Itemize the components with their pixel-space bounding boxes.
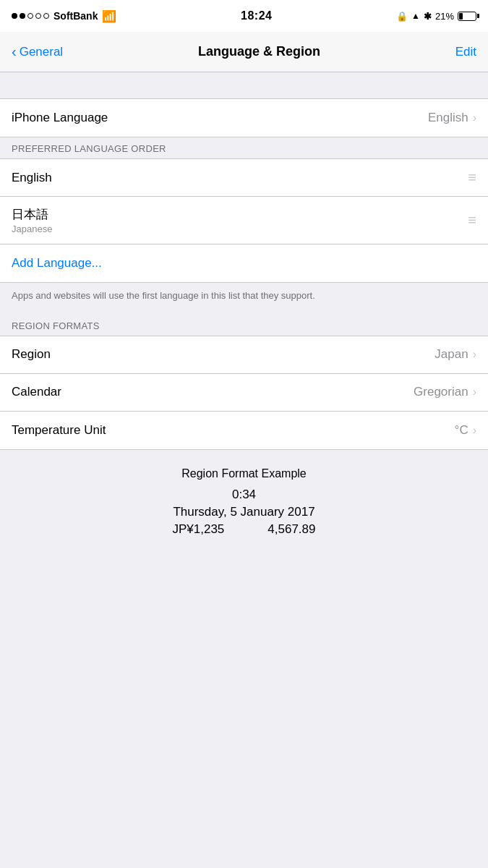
lang-row-main-japanese: 日本語 bbox=[12, 206, 468, 223]
add-language-row[interactable]: Add Language... bbox=[0, 244, 488, 282]
region-example-number: 4,567.89 bbox=[267, 522, 315, 537]
iphone-language-chevron: › bbox=[473, 111, 476, 124]
signal-dot-3 bbox=[27, 13, 33, 19]
back-button[interactable]: ‹ General bbox=[12, 45, 63, 59]
back-label: General bbox=[20, 45, 63, 59]
preferred-lang-group: English ≡ 日本語 Japanese ≡ Add Language... bbox=[0, 158, 488, 283]
top-spacer bbox=[0, 72, 488, 98]
signal-dot-2 bbox=[20, 13, 25, 19]
nav-bar: ‹ General Language & Region Edit bbox=[0, 32, 488, 72]
region-chevron: › bbox=[473, 348, 476, 361]
region-row[interactable]: Region Japan › bbox=[0, 336, 488, 374]
drag-handle-english: ≡ bbox=[468, 169, 476, 186]
signal-dot-4 bbox=[35, 13, 41, 19]
region-example-time: 0:34 bbox=[12, 488, 476, 502]
lang-row-main-english: English bbox=[12, 171, 468, 185]
back-chevron-icon: ‹ bbox=[12, 44, 17, 59]
calendar-value-container: Gregorian › bbox=[414, 385, 476, 399]
lang-row-text-japanese: 日本語 Japanese bbox=[12, 206, 468, 234]
region-example-section: Region Format Example 0:34 Thursday, 5 J… bbox=[0, 450, 488, 554]
bluetooth-icon: ✱ bbox=[424, 11, 432, 22]
language-row-japanese[interactable]: 日本語 Japanese ≡ bbox=[0, 197, 488, 244]
signal-dots bbox=[12, 13, 49, 19]
carrier-label: SoftBank bbox=[53, 10, 98, 22]
battery-percent: 21% bbox=[435, 11, 454, 22]
status-left: SoftBank 📶 bbox=[12, 9, 116, 23]
calendar-chevron: › bbox=[473, 386, 476, 399]
temperature-row[interactable]: Temperature Unit °C › bbox=[0, 412, 488, 449]
region-example-date: Thursday, 5 January 2017 bbox=[12, 505, 476, 519]
drag-handle-japanese: ≡ bbox=[468, 212, 476, 229]
region-example-currency: JP¥1,235 bbox=[172, 522, 224, 537]
lock-icon: 🔒 bbox=[396, 11, 408, 22]
preferred-lang-header: PREFERRED LANGUAGE ORDER bbox=[0, 137, 488, 158]
preferred-lang-footer: Apps and websites will use the first lan… bbox=[0, 283, 488, 315]
calendar-label: Calendar bbox=[12, 385, 61, 399]
iphone-language-label: iPhone Language bbox=[12, 111, 108, 125]
calendar-value: Gregorian bbox=[414, 385, 468, 399]
page-title: Language & Region bbox=[198, 44, 320, 59]
wifi-icon: 📶 bbox=[102, 9, 116, 23]
location-icon: ▲ bbox=[411, 11, 420, 21]
status-time: 18:24 bbox=[241, 9, 272, 22]
status-right: 🔒 ▲ ✱ 21% bbox=[396, 11, 476, 22]
region-label: Region bbox=[12, 347, 51, 362]
calendar-row[interactable]: Calendar Gregorian › bbox=[0, 374, 488, 412]
edit-button[interactable]: Edit bbox=[455, 45, 476, 59]
battery-icon bbox=[458, 12, 476, 21]
region-formats-header: REGION FORMATS bbox=[0, 315, 488, 336]
temperature-value-container: °C › bbox=[455, 423, 476, 438]
signal-dot-1 bbox=[12, 13, 17, 19]
region-example-title: Region Format Example bbox=[12, 467, 476, 480]
iphone-language-value-container: English › bbox=[428, 111, 476, 125]
status-bar: SoftBank 📶 18:24 🔒 ▲ ✱ 21% bbox=[0, 0, 488, 32]
region-value-container: Japan › bbox=[435, 347, 476, 362]
language-row-english[interactable]: English ≡ bbox=[0, 159, 488, 197]
temperature-chevron: › bbox=[473, 424, 476, 437]
temperature-label: Temperature Unit bbox=[12, 423, 106, 438]
region-value: Japan bbox=[435, 347, 468, 362]
iphone-language-value: English bbox=[428, 111, 468, 125]
iphone-language-row[interactable]: iPhone Language English › bbox=[0, 99, 488, 137]
lang-row-text-english: English bbox=[12, 171, 468, 185]
add-language-label: Add Language... bbox=[12, 256, 102, 271]
lang-row-sub-japanese: Japanese bbox=[12, 224, 468, 234]
iphone-language-group: iPhone Language English › bbox=[0, 98, 488, 137]
battery-fill bbox=[459, 13, 463, 20]
region-formats-group: Region Japan › Calendar Gregorian › Temp… bbox=[0, 336, 488, 450]
region-example-numbers: JP¥1,235 4,567.89 bbox=[12, 522, 476, 537]
temperature-value: °C bbox=[455, 423, 468, 438]
signal-dot-5 bbox=[43, 13, 49, 19]
